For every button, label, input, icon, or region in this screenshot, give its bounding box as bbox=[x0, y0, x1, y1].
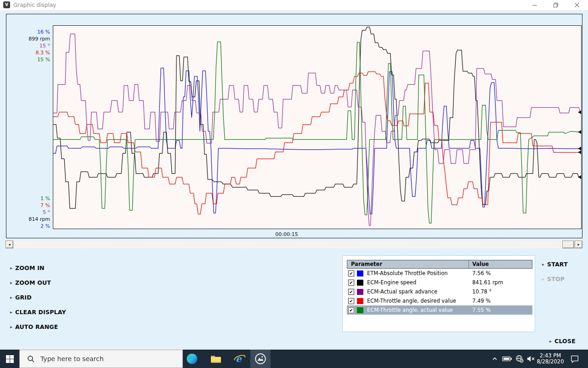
zoom-out-button[interactable]: ▸ ZOOM OUT bbox=[10, 279, 51, 286]
start-button[interactable]: ▸ START bbox=[542, 261, 568, 268]
globe-no-internet-icon bbox=[515, 355, 524, 363]
close-button[interactable]: ▸ CLOSE bbox=[549, 338, 576, 345]
table-row[interactable]: ✔ ETM-Absolute Throttle Position 7.56 % bbox=[347, 269, 532, 278]
graph-app-icon bbox=[254, 353, 266, 365]
y-axis-min-label-red: 7 % bbox=[6, 202, 50, 209]
parameter-value: 7.56 % bbox=[472, 270, 532, 276]
trace-end-marker bbox=[578, 147, 581, 150]
taskbar-search-input[interactable]: Type here to search bbox=[19, 350, 183, 368]
speaker-muted-icon bbox=[526, 355, 536, 362]
table-header-row: Parameter Value bbox=[347, 260, 532, 269]
parameter-name: ETM-Absolute Throttle Position bbox=[367, 270, 472, 276]
trace-end-marker bbox=[578, 150, 581, 154]
y-axis-min-label-green: 1 % bbox=[6, 195, 50, 202]
start-button-taskbar[interactable] bbox=[0, 350, 19, 368]
tray-show-hidden-icons[interactable] bbox=[489, 350, 501, 368]
taskbar-clock[interactable]: 2:43 PM 8/28/2020 bbox=[536, 350, 565, 368]
clock-time: 2:43 PM bbox=[536, 353, 565, 359]
parameter-name: ECM-Actual spark advance bbox=[367, 288, 472, 295]
chart-horizontal-scrollbar[interactable]: ◂ ▸ bbox=[6, 241, 582, 248]
series-color-swatch bbox=[357, 289, 363, 295]
parameter-value: 7.55 % bbox=[472, 307, 532, 313]
windows-logo-icon bbox=[6, 355, 14, 363]
row-checkbox[interactable]: ✔ bbox=[348, 289, 354, 295]
internet-explorer-icon: e bbox=[233, 352, 246, 365]
tray-battery-icon[interactable] bbox=[501, 350, 514, 368]
zoom-in-button[interactable]: ▸ ZOOM IN bbox=[10, 264, 45, 271]
y-axis-max-label-red: 8.3 % bbox=[6, 49, 50, 56]
trace-end-marker bbox=[578, 130, 581, 134]
chart-panel: 16 % 899 rpm 15 ° 8.3 % 15 % 1 % 7 % 5 °… bbox=[6, 14, 582, 238]
scrollbar-thumb[interactable] bbox=[562, 241, 574, 248]
taskbar-graphic-display-app-active[interactable] bbox=[250, 350, 271, 368]
stop-button: ▸ STOP bbox=[542, 276, 565, 282]
battery-icon bbox=[502, 356, 512, 362]
svg-text:e: e bbox=[236, 353, 242, 364]
y-axis-max-label-blue: 16 % bbox=[6, 29, 50, 35]
y-axis-max-label-green: 15 % bbox=[6, 56, 50, 63]
parameter-value: 841.61 rpm bbox=[472, 279, 532, 286]
notification-bubble-icon bbox=[570, 354, 579, 363]
series-color-swatch bbox=[357, 307, 363, 313]
app-logo-icon: V bbox=[3, 1, 10, 8]
signal-traces bbox=[53, 26, 581, 229]
search-placeholder: Type here to search bbox=[40, 355, 104, 362]
series-color-swatch bbox=[357, 280, 363, 286]
clear-display-button[interactable]: ▸ CLEAR DISPLAY bbox=[10, 309, 66, 316]
parameter-table: Parameter Value ✔ ETM-Absolute Throttle … bbox=[347, 260, 532, 315]
scroll-left-button[interactable]: ◂ bbox=[6, 241, 13, 248]
y-axis-max-label-purple: 15 ° bbox=[6, 42, 50, 49]
restore-button[interactable] bbox=[545, 0, 566, 10]
y-axis-min-label-purple: 5 ° bbox=[6, 209, 50, 216]
clock-date: 8/28/2020 bbox=[536, 359, 565, 365]
table-row-selected[interactable]: ✔ ECM-Throttle angle, actual value 7.55 … bbox=[347, 305, 532, 315]
arrow-bullet-icon: ▸ bbox=[10, 295, 12, 300]
arrow-bullet-icon: ▸ bbox=[549, 339, 552, 344]
tray-network-icon[interactable] bbox=[514, 350, 526, 368]
parameter-value: 10.78 ° bbox=[472, 288, 532, 295]
edge-browser-icon bbox=[186, 353, 198, 365]
y-axis-min-label-black: 814 rpm bbox=[6, 216, 50, 223]
grid-button[interactable]: ▸ GRID bbox=[10, 294, 32, 301]
value-column-header[interactable]: Value bbox=[469, 260, 532, 268]
table-row[interactable]: ✔ ECM-Engine speed 841.61 rpm bbox=[347, 278, 532, 287]
desktop: { "window": { "title": "Graphic display"… bbox=[0, 0, 588, 368]
row-checkbox[interactable]: ✔ bbox=[348, 280, 354, 286]
y-axis-max-label-black: 899 rpm bbox=[6, 35, 50, 42]
close-icon bbox=[574, 2, 580, 8]
arrow-bullet-icon: ▸ bbox=[10, 310, 12, 315]
trace-end-marker bbox=[578, 110, 581, 114]
row-checkbox[interactable]: ✔ bbox=[348, 298, 354, 304]
search-icon bbox=[27, 355, 35, 363]
row-checkbox[interactable]: ✔ bbox=[348, 307, 354, 313]
parameter-name: ECM-Engine speed bbox=[367, 279, 472, 286]
table-row[interactable]: ✔ ECM-Actual spark advance 10.78 ° bbox=[347, 287, 532, 296]
taskbar-file-explorer-icon[interactable] bbox=[206, 350, 226, 368]
x-axis-time-label: 00:00:15 bbox=[257, 231, 317, 237]
minimize-button[interactable] bbox=[524, 0, 545, 10]
table-row[interactable]: ✔ ECM-Throttle angle, desired value 7.49… bbox=[347, 296, 532, 305]
scroll-right-button[interactable]: ▸ bbox=[575, 241, 582, 248]
folder-icon bbox=[210, 353, 222, 365]
arrow-bullet-icon: ▸ bbox=[10, 265, 12, 270]
parameter-table-panel: Parameter Value ✔ ETM-Absolute Throttle … bbox=[342, 255, 535, 332]
arrow-bullet-icon: ▸ bbox=[542, 276, 544, 282]
restore-icon bbox=[553, 2, 559, 8]
minimize-icon bbox=[532, 2, 537, 8]
close-window-button[interactable] bbox=[566, 0, 587, 10]
taskbar-edge-icon[interactable] bbox=[182, 350, 202, 368]
row-checkbox[interactable]: ✔ bbox=[348, 270, 354, 276]
window-title: Graphic display bbox=[13, 0, 56, 10]
auto-range-button[interactable]: ▸ AUTO RANGE bbox=[10, 323, 58, 330]
parameter-name: ECM-Throttle angle, desired value bbox=[367, 298, 472, 304]
window-titlebar: V Graphic display bbox=[0, 0, 588, 10]
trace-end-marker bbox=[578, 175, 581, 179]
parameter-column-header[interactable]: Parameter bbox=[347, 260, 469, 268]
chart-plot-area[interactable] bbox=[53, 25, 582, 229]
parameter-name: ECM-Throttle angle, actual value bbox=[367, 307, 472, 313]
parameter-value: 7.49 % bbox=[472, 298, 532, 304]
action-center-button[interactable] bbox=[567, 350, 582, 368]
arrow-bullet-icon: ▸ bbox=[542, 262, 544, 267]
app-content: 16 % 899 rpm 15 ° 8.3 % 15 % 1 % 7 % 5 °… bbox=[0, 10, 588, 350]
taskbar-internet-explorer-icon[interactable]: e bbox=[230, 350, 250, 368]
